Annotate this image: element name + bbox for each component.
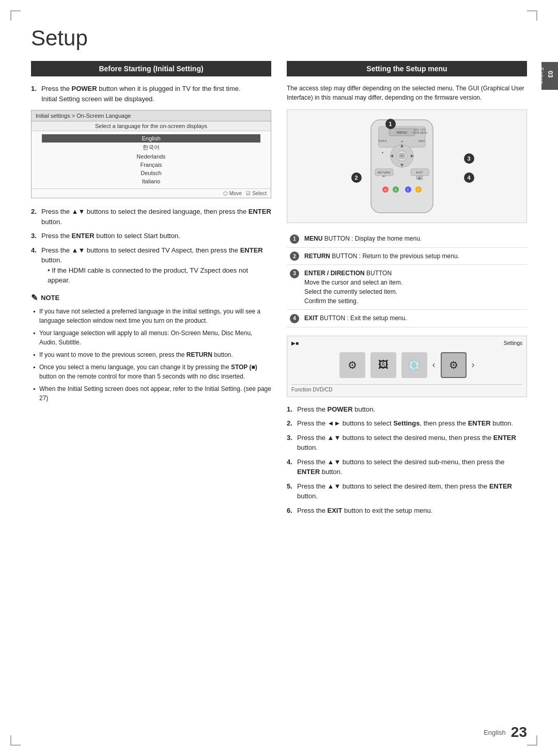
note-item-2: Your language selection will apply to al… xyxy=(31,328,271,347)
settings-icon-active: ⚙ xyxy=(441,352,467,378)
two-column-layout: Before Starting (Initial Setting) 1. Pre… xyxy=(31,61,527,519)
svg-text:◄: ◄ xyxy=(389,153,394,159)
right-step-1: 1. Press the POWER button. xyxy=(287,404,527,415)
svg-text:TOOLS: TOOLS xyxy=(378,139,387,143)
right-step-2: 2. Press the ◄► buttons to select Settin… xyxy=(287,418,527,429)
note-item-5: When the Initial Setting screen does not… xyxy=(31,384,271,403)
enter-direction-label: ENTER / DIRECTION xyxy=(304,270,365,277)
lang-italian: Italiano xyxy=(32,177,271,185)
isb-footer: ⬡ Move ☑ Select xyxy=(32,188,271,198)
right-steps-list: 1. Press the POWER button. 2. Press the … xyxy=(287,404,527,516)
step1-subtext: Initial Setting screen will be displayed… xyxy=(41,95,154,103)
lang-french: Français xyxy=(32,161,271,169)
svg-text:▲: ▲ xyxy=(399,143,405,148)
svg-text:►: ► xyxy=(410,153,415,159)
note-list: If you have not selected a preferred lan… xyxy=(31,307,271,403)
play-icon: ▶■ xyxy=(291,340,299,346)
lang-german: Deutsch xyxy=(32,169,271,177)
lang-korean: 한국어 xyxy=(32,143,271,152)
svg-text:STAB MENU: STAB MENU xyxy=(412,131,427,134)
right-column: Setting the Setup menu The access step m… xyxy=(287,61,527,519)
isb-subheader: Select a language for the on-screen disp… xyxy=(32,121,271,131)
callout-2: 2 xyxy=(351,172,362,183)
return-button-label: RETURN xyxy=(304,253,330,260)
right-intro: The access step may differ depending on … xyxy=(287,84,527,102)
settings-icon-3: 💿 xyxy=(401,352,427,378)
step-1: 1. Press the POWER button when it is plu… xyxy=(31,84,271,104)
callout-badge-1: 1 xyxy=(290,234,299,244)
callout-badge-2: 2 xyxy=(290,251,299,261)
step-4: 4. Press the ▲▼ buttons to select desire… xyxy=(31,245,271,286)
button-desc-row-3: 3 ENTER / DIRECTION BUTTON Move the curs… xyxy=(287,265,527,310)
callout-1: 1 xyxy=(385,119,396,129)
menu-button-label: MENU xyxy=(304,235,322,242)
page-footer: English 23 xyxy=(484,724,527,741)
initial-settings-box: Initial settings > On-Screen Language Se… xyxy=(31,110,271,198)
svg-text:A: A xyxy=(384,188,386,192)
left-section-header: Before Starting (Initial Setting) xyxy=(31,61,271,76)
step-2: 2. Press the ▲▼ buttons to select the de… xyxy=(31,207,271,227)
lang-english: English xyxy=(42,134,260,143)
note-icon: ✎ xyxy=(31,293,38,303)
right-step-4: 4. Press the ▲▼ buttons to select the de… xyxy=(287,457,527,477)
footer-lang: English xyxy=(484,729,506,736)
settings-icons-row: ⚙ 🖼 💿 ‹ ⚙ › xyxy=(291,349,522,381)
svg-text:INFO: INFO xyxy=(419,139,425,143)
callout-badge-3: 3 xyxy=(290,269,299,278)
svg-text:↩: ↩ xyxy=(382,174,385,179)
exit-button-label: EXIT xyxy=(304,314,318,322)
settings-arrow-left: ‹ xyxy=(432,359,436,370)
settings-icon-2: 🖼 xyxy=(370,352,396,378)
page-container: Setup Before Starting (Initial Setting) … xyxy=(0,0,558,756)
settings-arrow-right: › xyxy=(472,359,475,370)
step-3: 3. Press the ENTER button to select Star… xyxy=(31,231,271,241)
svg-text:↩: ↩ xyxy=(400,154,404,158)
power-bold: POWER xyxy=(72,85,97,92)
left-column: Before Starting (Initial Setting) 1. Pre… xyxy=(31,61,271,519)
remote-svg: MENU REC YOU STAB MENU TOOLS ▲ INFO ↩ xyxy=(361,117,443,215)
isb-header: Initial settings > On-Screen Language xyxy=(32,111,271,121)
svg-text:EXIT: EXIT xyxy=(416,171,423,174)
steps-2-4: 2. Press the ▲▼ buttons to select the de… xyxy=(31,207,271,286)
note-item-1: If you have not selected a preferred lan… xyxy=(31,307,271,325)
right-section-header: Setting the Setup menu xyxy=(287,61,527,76)
right-step-3: 3. Press the ▲▼ buttons to select the de… xyxy=(287,433,527,453)
svg-text:■: ■ xyxy=(419,177,421,180)
svg-text:MENU: MENU xyxy=(396,131,407,134)
note-section: ✎ NOTE If you have not selected a prefer… xyxy=(31,293,271,403)
svg-text:D: D xyxy=(417,188,420,192)
settings-box-header: ▶■ Settings xyxy=(291,340,522,346)
svg-text:▼: ▼ xyxy=(399,162,405,168)
remote-diagram: MENU REC YOU STAB MENU TOOLS ▲ INFO ↩ xyxy=(287,109,527,223)
right-step-6: 6. Press the EXIT button to exit the set… xyxy=(287,506,527,516)
remote-diagram-wrap: MENU REC YOU STAB MENU TOOLS ▲ INFO ↩ xyxy=(340,115,474,218)
left-steps-list: 1. Press the POWER button when it is plu… xyxy=(31,84,271,104)
note-title: ✎ NOTE xyxy=(31,293,271,303)
button-desc-row-4: 4 EXIT BUTTON : Exit the setup menu. xyxy=(287,310,527,327)
svg-text:C: C xyxy=(407,188,409,192)
button-desc-row-2: 2 RETURN BUTTON : Return to the previous… xyxy=(287,247,527,265)
settings-icon-1: ⚙ xyxy=(339,352,365,378)
svg-text:B: B xyxy=(394,188,397,192)
callout-4: 4 xyxy=(464,172,474,183)
page-title: Setup xyxy=(31,26,527,51)
settings-label: Settings xyxy=(504,340,522,346)
settings-box: ▶■ Settings ⚙ 🖼 💿 ‹ ⚙ › Function DVD/CD xyxy=(287,336,527,397)
svg-text:◄: ◄ xyxy=(381,151,383,154)
note-label: NOTE xyxy=(41,294,59,302)
lang-dutch: Nederlands xyxy=(32,152,271,161)
right-step-5: 5. Press the ▲▼ buttons to select the de… xyxy=(287,481,527,501)
callout-badge-4: 4 xyxy=(290,314,299,323)
button-desc-table: 1 MENU BUTTON : Display the home menu. 2… xyxy=(287,230,527,327)
isb-languages: English 한국어 Nederlands Français Deutsch … xyxy=(32,131,271,188)
note-item-3: If you want to move to the previous scre… xyxy=(31,350,271,359)
note-item-4: Once you select a menu language, you can… xyxy=(31,363,271,381)
footer-page-number: 23 xyxy=(511,724,527,741)
settings-footer: Function DVD/CD xyxy=(291,384,522,392)
callout-3: 3 xyxy=(464,153,474,164)
button-desc-row-1: 1 MENU BUTTON : Display the home menu. xyxy=(287,230,527,247)
